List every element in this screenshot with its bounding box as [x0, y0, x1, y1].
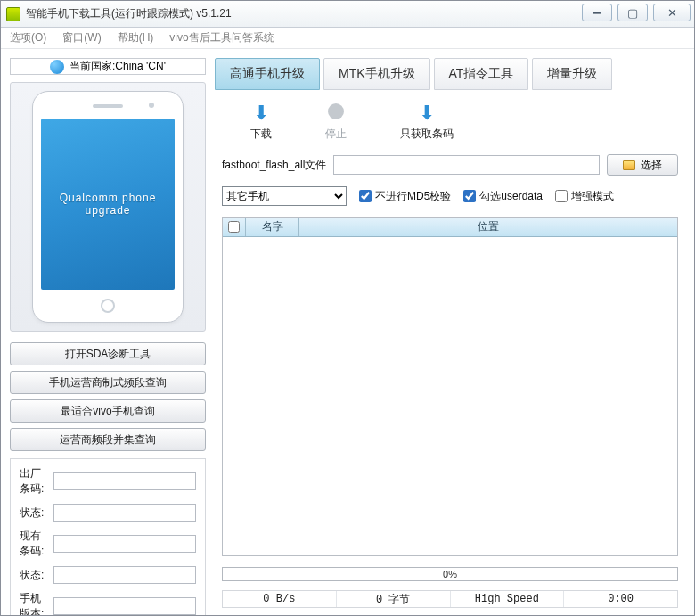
- factory-barcode-label: 出厂条码:: [20, 466, 50, 497]
- maximize-button[interactable]: ▢: [617, 4, 648, 21]
- phone-version-input[interactable]: [53, 597, 196, 615]
- tab-at[interactable]: AT指令工具: [434, 58, 529, 90]
- barcode-info-group: 出厂条码: 状态: 现有条码: 状态: 手机版本:: [10, 458, 206, 615]
- open-sda-button[interactable]: 打开SDA诊断工具: [10, 342, 206, 365]
- file-grid: 名字 位置: [222, 217, 678, 556]
- select-all-checkbox[interactable]: [228, 221, 240, 233]
- userdata-checkbox[interactable]: 勾选userdata: [463, 189, 543, 204]
- right-column: 高通手机升级 MTK手机升级 AT指令工具 增量升级 ⬇ 下载 停止 ⬇ 只获取…: [215, 58, 685, 608]
- stop-label: 停止: [325, 127, 347, 142]
- enhanced-checkbox[interactable]: 增强模式: [555, 189, 614, 204]
- left-column: 当前国家:China 'CN' Qualcomm phone upgrade 打…: [10, 58, 206, 608]
- current-barcode-label: 现有条码:: [20, 529, 50, 559]
- phone-home-icon: [101, 299, 115, 313]
- status2-input[interactable]: [53, 566, 196, 584]
- no-md5-label: 不进行MD5校验: [375, 189, 451, 204]
- side-buttons: 打开SDA诊断工具 手机运营商制式频段查询 最适合vivo手机查询 运营商频段并…: [10, 342, 206, 451]
- grid-body: [223, 237, 677, 555]
- client-area: 当前国家:China 'CN' Qualcomm phone upgrade 打…: [1, 49, 694, 615]
- grid-header-location[interactable]: 位置: [299, 218, 677, 236]
- carrier-band-union-button[interactable]: 运营商频段并集查询: [10, 428, 206, 451]
- file-path-input[interactable]: [333, 155, 600, 175]
- status1-label: 状态:: [20, 505, 50, 521]
- file-row: fastboot_flash_all文件 选择: [215, 151, 685, 176]
- download-label: 下载: [250, 127, 272, 142]
- file-label: fastboot_flash_all文件: [222, 158, 326, 173]
- status1-row: 状态:: [20, 504, 196, 522]
- titlebar: 智能手机下载工具(运行时跟踪模式) v5.1.21 ━ ▢ ✕: [1, 1, 694, 28]
- status-mode: High Speed: [451, 591, 565, 607]
- folder-icon: [623, 160, 635, 170]
- status2-row: 状态:: [20, 566, 196, 584]
- menubar: 选项(O) 窗口(W) 帮助(H) vivo售后工具问答系统: [1, 28, 694, 49]
- phone-preview-frame: Qualcomm phone upgrade: [10, 82, 206, 332]
- menu-options[interactable]: 选项(O): [10, 30, 46, 45]
- userdata-input[interactable]: [463, 190, 476, 202]
- options-row: 其它手机 不进行MD5校验 勾选userdata 增强模式: [215, 181, 685, 209]
- factory-barcode-input[interactable]: [53, 472, 196, 490]
- tab-qualcomm[interactable]: 高通手机升级: [215, 58, 320, 90]
- country-box: 当前国家:China 'CN': [10, 58, 206, 75]
- globe-icon: [50, 60, 64, 74]
- browse-label: 选择: [641, 158, 662, 173]
- menu-help[interactable]: 帮助(H): [118, 30, 154, 45]
- download-icon: ⬇: [253, 103, 269, 123]
- app-window: 智能手机下载工具(运行时跟踪模式) v5.1.21 ━ ▢ ✕ 选项(O) 窗口…: [0, 0, 695, 616]
- phone-speaker-icon: [93, 104, 123, 108]
- phone-screen-line1: Qualcomm phone: [60, 192, 157, 204]
- grid-header-checkbox[interactable]: [223, 218, 246, 236]
- fetch-barcode-tool[interactable]: ⬇ 只获取条码: [400, 103, 454, 142]
- no-md5-input[interactable]: [359, 190, 372, 202]
- tab-strip: 高通手机升级 MTK手机升级 AT指令工具 增量升级: [215, 58, 685, 90]
- enhanced-label: 增强模式: [571, 189, 614, 204]
- grid-header: 名字 位置: [223, 218, 677, 237]
- status-time: 0:00: [564, 591, 677, 607]
- no-md5-checkbox[interactable]: 不进行MD5校验: [359, 189, 451, 204]
- download-tool[interactable]: ⬇ 下载: [250, 103, 272, 142]
- progress-bar: 0%: [222, 567, 678, 581]
- window-buttons: ━ ▢ ✕: [582, 4, 691, 21]
- browse-button[interactable]: 选择: [607, 154, 678, 176]
- fetch-barcode-label: 只获取条码: [400, 127, 454, 142]
- factory-barcode-row: 出厂条码:: [20, 466, 196, 497]
- phone-screen-line2: upgrade: [85, 204, 130, 217]
- tab-delta[interactable]: 增量升级: [532, 58, 612, 90]
- close-button[interactable]: ✕: [653, 4, 691, 21]
- carrier-band-query-button[interactable]: 手机运营商制式频段查询: [10, 371, 206, 394]
- fetch-barcode-icon: ⬇: [419, 103, 435, 123]
- phone-illustration: Qualcomm phone upgrade: [32, 91, 184, 323]
- minimize-button[interactable]: ━: [582, 4, 612, 21]
- current-barcode-row: 现有条码:: [20, 529, 196, 559]
- status-row: 0 B/s 0 字节 High Speed 0:00: [222, 590, 678, 608]
- window-title: 智能手机下载工具(运行时跟踪模式) v5.1.21: [26, 6, 232, 21]
- phone-screen: Qualcomm phone upgrade: [41, 119, 175, 290]
- status2-label: 状态:: [20, 568, 50, 583]
- best-vivo-query-button[interactable]: 最适合vivo手机查询: [10, 399, 206, 423]
- tab-mtk[interactable]: MTK手机升级: [323, 58, 430, 90]
- phone-version-label: 手机版本:: [20, 591, 50, 615]
- status1-input[interactable]: [53, 504, 196, 522]
- grid-header-name[interactable]: 名字: [246, 218, 299, 236]
- status-bytes: 0 字节: [337, 591, 451, 607]
- phone-type-select[interactable]: 其它手机: [222, 186, 347, 206]
- phone-version-row: 手机版本:: [20, 591, 196, 615]
- app-icon: [6, 7, 20, 21]
- stop-tool[interactable]: 停止: [325, 103, 347, 142]
- stop-icon: [328, 103, 344, 123]
- progress-area: 0%: [222, 567, 678, 581]
- toolbar: ⬇ 下载 停止 ⬇ 只获取条码: [215, 95, 685, 145]
- menu-vivo-faq[interactable]: vivo售后工具问答系统: [169, 30, 274, 45]
- userdata-label: 勾选userdata: [479, 189, 543, 204]
- country-label: 当前国家:China 'CN': [70, 59, 166, 74]
- current-barcode-input[interactable]: [53, 535, 196, 553]
- menu-window[interactable]: 窗口(W): [62, 30, 101, 45]
- phone-camera-icon: [149, 103, 154, 108]
- enhanced-input[interactable]: [555, 190, 568, 202]
- progress-percent: 0%: [223, 568, 677, 580]
- status-speed: 0 B/s: [223, 591, 337, 607]
